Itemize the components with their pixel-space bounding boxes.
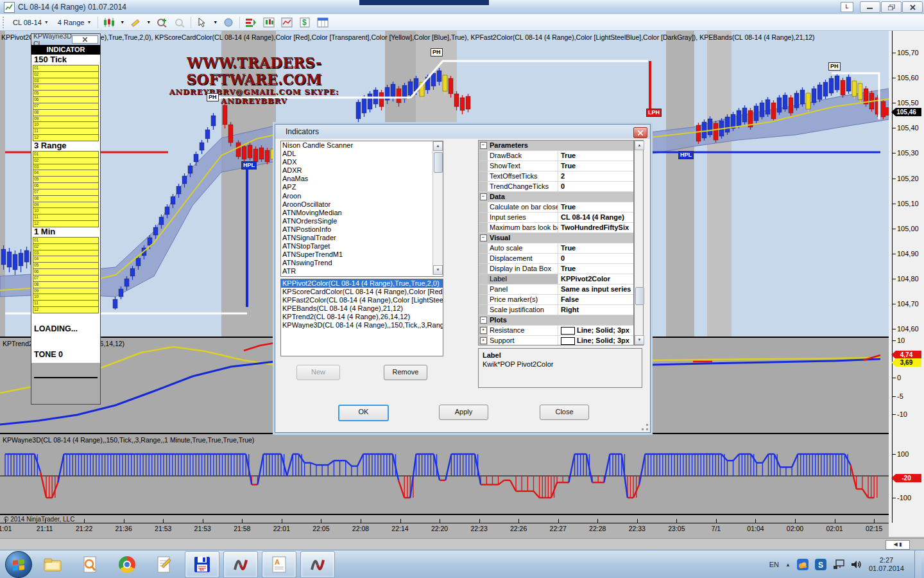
collapse-icon[interactable]: −	[480, 317, 487, 324]
property-row[interactable]: +SupportLine; Solid; 3px	[479, 336, 633, 346]
available-indicator-item[interactable]: AnaMas	[281, 175, 443, 183]
indicator-slot-row[interactable]: 12	[33, 306, 99, 313]
notepad-icon[interactable]	[148, 552, 181, 577]
available-indicator-item[interactable]: ATNStopTarget	[281, 242, 443, 250]
scrollbar[interactable]: ▲ ▼	[432, 141, 443, 275]
property-value[interactable]: True	[558, 243, 633, 253]
scroll-thumb[interactable]	[635, 287, 644, 305]
property-value[interactable]: TwoHundredFiftySix	[558, 223, 633, 232]
floppy-app-icon[interactable]: 64	[185, 551, 219, 578]
kpwayne3d-indicator-panel[interactable]: KPWayne3D CL INDICATOR 150 Tick010203040…	[31, 33, 101, 405]
selected-indicator-item[interactable]: KPScoreCardColor(CL 08-14 (4 Range),Colo…	[281, 288, 443, 296]
indicator-slot-row[interactable]: 12	[33, 220, 99, 227]
zoom-tool-button[interactable]	[221, 16, 235, 29]
ninjatrader-icon[interactable]	[300, 551, 335, 578]
property-row[interactable]: Input seriesCL 08-14 (4 Range)	[479, 213, 633, 223]
available-indicator-item[interactable]: APZ	[281, 183, 443, 191]
remove-indicator-button[interactable]	[173, 16, 187, 29]
horizontal-scrollbar[interactable]: ◀ ▮	[886, 540, 910, 550]
selected-indicator-item[interactable]: KPFast2Color(CL 08-14 (4 Range),Color [L…	[281, 296, 443, 304]
available-indicator-item[interactable]: ATNswingTrend	[281, 259, 443, 267]
available-indicator-item[interactable]: ATNSignalTrader	[281, 234, 443, 242]
selected-indicator-item[interactable]: KPEBands(CL 08-14 (4 Range),21,12)	[281, 304, 443, 313]
property-row[interactable]: LabelKPPivot2Color	[479, 274, 633, 285]
close-icon[interactable]	[633, 127, 647, 138]
network-icon[interactable]	[833, 559, 844, 570]
expand-icon[interactable]: +	[480, 337, 487, 344]
ninjatrader-icon[interactable]	[223, 551, 258, 578]
properties-grid[interactable]: −ParametersDrawBackTrueShowTextTrueTextO…	[478, 140, 634, 346]
property-value[interactable]: KPPivot2Color	[558, 274, 633, 284]
property-row[interactable]: DrawBackTrue	[479, 151, 633, 161]
scroll-up-icon[interactable]: ▲	[635, 141, 644, 150]
property-row[interactable]: TrendChangeTicks0	[479, 182, 633, 192]
property-row[interactable]: Auto scaleTrue	[479, 243, 633, 254]
close-button[interactable]: Close	[540, 405, 589, 420]
property-row[interactable]: +ResistanceLine; Solid; 3px	[479, 326, 633, 336]
close-icon[interactable]	[72, 35, 98, 44]
expand-icon[interactable]: +	[480, 327, 487, 334]
property-row[interactable]: TextOffsetTicks2	[479, 171, 633, 182]
available-indicator-item[interactable]: Nison Candle Scanner	[281, 141, 443, 150]
property-value[interactable]: True	[558, 202, 633, 212]
property-category-row[interactable]: −Plots	[479, 315, 633, 326]
skype-icon[interactable]: S	[815, 559, 826, 570]
document-a-icon[interactable]: A	[262, 551, 296, 578]
available-indicator-item[interactable]: ATNSuperTrendM1	[281, 250, 443, 259]
price-axis[interactable]: 105,70105,60105,50105,40105,30105,20105,…	[889, 31, 924, 537]
selected-indicator-item[interactable]: KPWayne3D(CL 08-14 (4 Range),,150,Tick,,…	[281, 321, 443, 329]
available-indicator-item[interactable]: ATNOrdersSingle	[281, 217, 443, 225]
available-indicator-item[interactable]: ADXR	[281, 166, 443, 175]
property-row[interactable]: Maximum bars look backTwoHundredFiftySix	[479, 223, 633, 233]
collapse-icon[interactable]: −	[480, 193, 487, 200]
property-category-row[interactable]: −Parameters	[479, 141, 633, 151]
collapse-icon[interactable]: −	[480, 142, 487, 149]
remove-button[interactable]: Remove	[384, 365, 427, 380]
selected-indicator-item[interactable]: KPTrend2(CL 08-14 (4 Range),26,14,12)	[281, 313, 443, 321]
available-indicator-item[interactable]: ADX	[281, 158, 443, 166]
chart-trader-button[interactable]	[244, 16, 258, 29]
property-row[interactable]: Calculate on bar closeTrue	[479, 202, 633, 213]
minimize-button[interactable]	[860, 1, 880, 13]
property-category-row[interactable]: −Visual	[479, 233, 633, 243]
taskbar[interactable]: 64 A EN ▲ S 2:27 01.07.2014	[0, 550, 924, 578]
apply-button[interactable]: Apply	[439, 405, 488, 420]
property-value[interactable]: Line; Solid; 3px	[558, 336, 633, 346]
ok-button[interactable]: OK	[338, 405, 389, 421]
property-row[interactable]: Display in Data BoxTrue	[479, 264, 633, 274]
chevron-down-icon[interactable]: ▼	[120, 20, 124, 24]
chart-properties-button[interactable]	[280, 16, 294, 29]
add-indicator-button[interactable]	[155, 16, 169, 29]
period-dropdown[interactable]: 4 Range▼	[55, 17, 94, 28]
available-indicator-item[interactable]: ATR	[281, 267, 443, 276]
system-tray[interactable]: EN ▲ S 2:27 01.07.2014	[769, 550, 924, 578]
property-row[interactable]: ShowTextTrue	[479, 161, 633, 171]
resize-grip[interactable]	[642, 424, 648, 430]
time-axis[interactable]: © 2014 NinjaTrader, LLC 1:0121:1121:2221…	[0, 515, 924, 538]
panel-titlebar[interactable]: KPWayne3D CL	[31, 34, 100, 45]
property-row[interactable]: PanelSame as input series	[479, 285, 633, 295]
property-row[interactable]: Displacement0	[479, 254, 633, 264]
restore-button[interactable]	[881, 1, 902, 13]
close-button[interactable]	[902, 1, 923, 13]
available-indicator-item[interactable]: ADL	[281, 150, 443, 158]
property-value[interactable]: True	[558, 161, 633, 171]
language-indicator[interactable]: EN	[769, 561, 779, 568]
kpwayne3d-panel[interactable]	[0, 434, 889, 515]
chevron-down-icon[interactable]: ▼	[146, 20, 151, 24]
property-value[interactable]: CL 08-14 (4 Range)	[558, 213, 633, 222]
scroll-thumb[interactable]	[434, 152, 443, 173]
property-value[interactable]: Right	[558, 305, 633, 315]
property-value[interactable]: 2	[558, 171, 633, 181]
data-grid-button[interactable]	[316, 16, 330, 29]
available-indicators-list[interactable]: Nison Candle ScannerADLADXADXRAnaMasAPZA…	[280, 141, 443, 277]
property-category-row[interactable]: −Data	[479, 192, 633, 202]
show-desktop-button[interactable]	[914, 550, 921, 578]
available-indicator-item[interactable]: ATNPostionInfo	[281, 225, 443, 234]
property-value[interactable]: Line; Solid; 3px	[558, 326, 633, 335]
scroll-down-icon[interactable]: ▼	[433, 265, 443, 275]
available-indicator-item[interactable]: ATNMovingMedian	[281, 209, 443, 217]
cloud-tray-icon[interactable]	[797, 559, 809, 570]
property-value[interactable]: 0	[558, 254, 633, 263]
chrome-icon[interactable]	[110, 552, 144, 577]
